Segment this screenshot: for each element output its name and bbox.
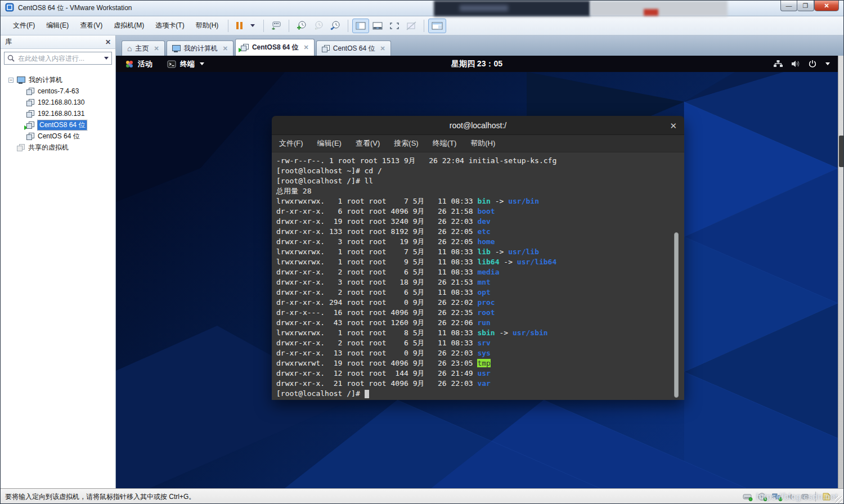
menubar-item[interactable]: 虚拟机(M) <box>108 19 150 33</box>
terminal-text: drwxr-xr-x. 21 root root 4096 9月 26 22:0… <box>276 379 477 388</box>
library-searchbox <box>4 52 112 65</box>
terminal-line: dr-xr-xr-x. 13 root root 0 9月 26 22:03 s… <box>276 348 684 358</box>
revert-snapshot-button[interactable] <box>310 19 327 33</box>
tree-item-vm[interactable]: 192.168.80.130 <box>1 97 115 108</box>
terminal-line: lrwxrwxrwx. 1 root root 7 5月 11 08:33 li… <box>276 247 684 257</box>
maximize-button[interactable]: ❐ <box>797 1 814 11</box>
tree-item-vm[interactable]: CentOS 64 位 <box>1 130 115 142</box>
toolbar-separator <box>228 20 228 32</box>
activities-label: 活动 <box>138 59 152 69</box>
expand-toggle-icon[interactable]: − <box>8 78 14 83</box>
tree-label: CentOS 64 位 <box>38 132 80 141</box>
terminal-menu-item[interactable]: 文件(F) <box>279 138 303 148</box>
search-input[interactable] <box>17 54 102 63</box>
terminal-menu-item[interactable]: 编辑(E) <box>317 138 342 148</box>
tab-centos-64[interactable]: CentOS 64 位✕ <box>316 40 391 56</box>
menubar-item[interactable]: 编辑(E) <box>41 19 74 33</box>
vm-scrollbar-thumb[interactable] <box>839 136 844 167</box>
vmware-menubar: 文件(F)编辑(E)查看(V)虚拟机(M)选项卡(T)帮助(H) <box>1 16 843 35</box>
library-close-icon[interactable]: ✕ <box>105 38 111 46</box>
terminal-line: lrwxrwxrwx. 1 root root 7 5月 11 08:33 bi… <box>276 196 684 206</box>
console-view-button[interactable] <box>369 19 386 33</box>
menubar-item[interactable]: 选项卡(T) <box>150 19 190 33</box>
terminal-menu-item[interactable]: 帮助(H) <box>470 138 495 148</box>
message-log[interactable] <box>821 492 831 501</box>
vm-display[interactable]: 活动 终端 星期四 23：05 <box>116 56 838 488</box>
activities-button[interactable]: 活动 <box>125 59 152 69</box>
menubar-item[interactable]: 帮助(H) <box>190 19 225 33</box>
clock[interactable]: 星期四 23：05 <box>451 59 502 69</box>
hard-disk-device[interactable] <box>742 492 753 501</box>
terminal-window[interactable]: root@localhost:/ ✕ 文件(F)编辑(E)查看(V)搜索(S)终… <box>272 116 684 400</box>
tab-my-computer[interactable]: 我的计算机✕ <box>167 40 234 56</box>
terminal-line: drwxr-xr-x. 2 root root 6 5月 11 08:33 me… <box>276 267 684 277</box>
tab-close-icon[interactable]: ✕ <box>223 45 228 52</box>
usb-device[interactable] <box>800 492 810 501</box>
symlink-name: lib64 <box>477 258 499 266</box>
resize-grip[interactable] <box>835 496 842 503</box>
terminal-screen[interactable]: -rw-r--r--. 1 root root 1513 9月 26 22:04… <box>272 152 684 400</box>
pause-dropdown[interactable] <box>246 19 259 33</box>
volume-icon <box>791 60 801 68</box>
terminal-text: lrwxrwxrwx. 1 root root 7 5月 11 08:33 <box>276 248 477 256</box>
vmware-workstation-window: CentOS8 64 位 - VMware Workstation — ❐ ✕ … <box>0 0 844 504</box>
vm-icon <box>322 45 330 52</box>
sound-device[interactable] <box>787 492 796 501</box>
sticky-directory-name: tmp <box>477 359 490 367</box>
tab-bar: ⌂主页✕我的计算机✕CentOS8 64 位✕CentOS 64 位✕ <box>116 35 843 56</box>
snapshot-manager-button[interactable] <box>327 19 344 33</box>
pause-button[interactable] <box>232 19 246 33</box>
terminal-text: dr-xr-xr-x. 6 root root 4096 9月 26 21:58 <box>276 207 477 215</box>
system-status-area[interactable] <box>773 60 830 68</box>
fullscreen-button[interactable] <box>386 19 403 33</box>
terminal-menu-item[interactable]: 查看(V) <box>356 138 380 148</box>
tab-close-icon[interactable]: ✕ <box>304 44 309 51</box>
show-library-toggle[interactable] <box>352 19 369 33</box>
terminal-titlebar[interactable]: root@localhost:/ ✕ <box>272 116 684 135</box>
summary-view-toggle[interactable] <box>428 19 446 33</box>
terminal-title: root@localhost:/ <box>450 121 506 130</box>
toolbar-separator <box>424 20 424 32</box>
app-menu-button[interactable]: 终端 <box>167 59 204 69</box>
terminal-line: lrwxrwxrwx. 1 root root 8 5月 11 08:33 sb… <box>276 328 684 338</box>
blurred-overlay <box>434 1 590 16</box>
terminal-text: lrwxrwxrwx. 1 root root 7 5月 11 08:33 <box>276 197 477 205</box>
tab-close-icon[interactable]: ✕ <box>380 45 385 52</box>
terminal-scrollbar-thumb[interactable] <box>674 232 679 398</box>
unity-mode-button[interactable] <box>403 19 420 33</box>
tree-label: 我的计算机 <box>29 75 62 85</box>
terminal-menu-item[interactable]: 搜索(S) <box>394 138 418 148</box>
send-ctrl-alt-del-button[interactable] <box>268 19 285 33</box>
toolbar-separator <box>289 20 289 32</box>
tree-item-my-computer[interactable]: −我的计算机 <box>1 74 115 86</box>
minimize-button[interactable]: — <box>780 1 797 11</box>
tab-home[interactable]: ⌂主页✕ <box>122 40 165 56</box>
tab-close-icon[interactable]: ✕ <box>154 45 159 52</box>
status-bar: 要将输入定向到该虚拟机，请将鼠标指针移入其中或按 Ctrl+G。 https:/… <box>1 488 843 504</box>
close-button[interactable]: ✕ <box>814 1 839 11</box>
terminal-line: drwxr-xr-x. 3 root root 19 9月 26 22:05 h… <box>276 237 684 247</box>
pause-icon <box>236 22 243 29</box>
terminal-text: 总用量 28 <box>276 187 311 195</box>
terminal-menu-item[interactable]: 终端(T) <box>433 138 457 148</box>
tree-item-vm[interactable]: CentOS8 64 位 <box>1 119 115 130</box>
activities-icon <box>125 60 134 69</box>
tree-item-vm[interactable]: centos-7.4-63 <box>1 86 115 97</box>
menubar-item[interactable]: 文件(F) <box>7 19 41 33</box>
vm-vertical-scrollbar[interactable] <box>838 56 844 488</box>
terminal-close-icon[interactable]: ✕ <box>670 121 677 129</box>
tree-item-vm[interactable]: 192.168.80.131 <box>1 108 115 119</box>
library-tree: −我的计算机centos-7.4-63192.168.80.130192.168… <box>1 68 115 153</box>
menubar-item[interactable]: 查看(V) <box>74 19 108 33</box>
terminal-text: -> <box>491 197 508 205</box>
app-menu-label: 终端 <box>180 59 195 69</box>
library-panel-icon <box>355 21 366 30</box>
network-adapter-device[interactable] <box>771 492 783 501</box>
fullscreen-icon <box>389 21 400 30</box>
caret-down-icon <box>200 62 204 65</box>
tab-centos8-64[interactable]: CentOS8 64 位✕ <box>235 39 315 56</box>
search-dropdown-icon[interactable] <box>104 57 109 60</box>
cd-dvd-device[interactable] <box>757 492 767 501</box>
take-snapshot-button[interactable] <box>293 19 310 33</box>
tree-item-shared-vms[interactable]: 共享的虚拟机 <box>1 142 115 153</box>
